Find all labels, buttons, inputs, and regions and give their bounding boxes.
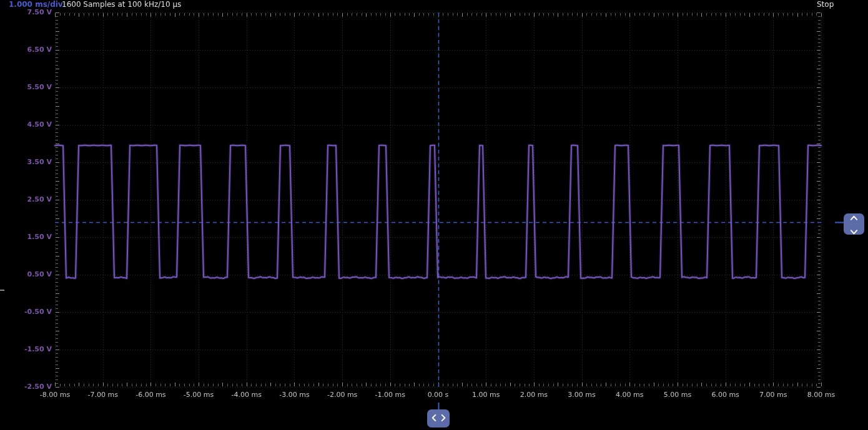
x-axis-label: 8.00 ms	[793, 391, 849, 399]
y-axis-label: 5.50 V	[0, 83, 52, 91]
y-axis-label: -1.50 V	[0, 345, 52, 353]
y-axis-label: 3.50 V	[0, 158, 52, 166]
y-axis-label: 0.50 V	[0, 270, 52, 278]
trigger-level-button[interactable]	[844, 213, 864, 235]
y-axis-label: -0.50 V	[0, 308, 52, 316]
trigger-position-button[interactable]	[427, 409, 450, 428]
chevron-down-icon	[850, 225, 858, 237]
y-axis-label: 7.50 V	[0, 8, 52, 16]
y-axis-label: 6.50 V	[0, 46, 52, 54]
y-axis-label: 2.50 V	[0, 195, 52, 203]
chevron-left-icon	[432, 413, 436, 424]
y-axis-label: 1.50 V	[0, 233, 52, 241]
run-state-button[interactable]: Stop	[817, 0, 834, 9]
y-axis-label: -2.50 V	[0, 383, 52, 391]
scope-plot-canvas[interactable]	[0, 0, 868, 430]
sample-info-label: 1600 Samples at 100 kHz/10 µs	[62, 0, 181, 9]
y-axis-label: 4.50 V	[0, 120, 52, 129]
chevron-right-icon	[441, 413, 446, 424]
chevron-up-icon	[850, 211, 858, 223]
